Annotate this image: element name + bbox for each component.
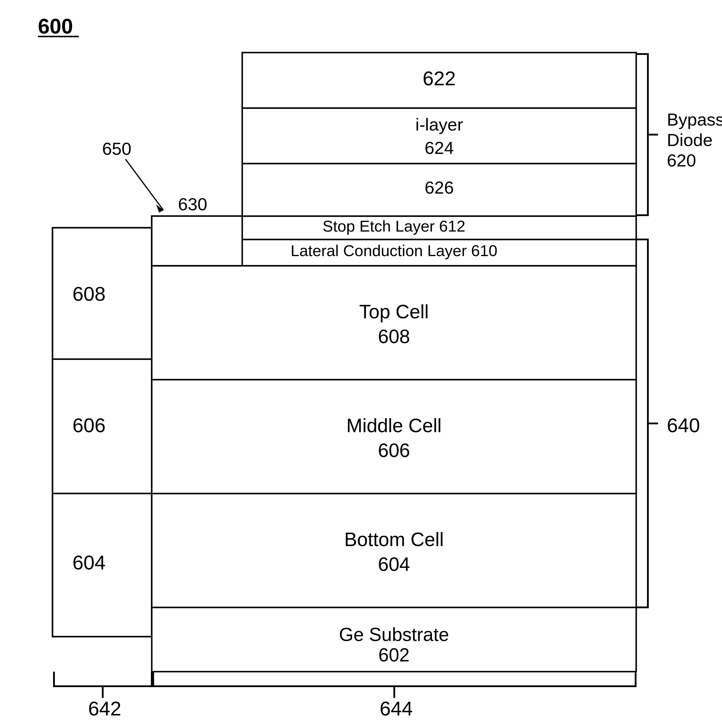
- lateral-conduction-label: Lateral Conduction Layer 610: [291, 242, 498, 259]
- label-640: 640: [667, 414, 700, 436]
- layer-626-label: 626: [424, 178, 454, 197]
- bypass-diode-num: 620: [667, 151, 696, 170]
- layer-622-label: 622: [423, 67, 456, 89]
- svg-line-1: [125, 159, 163, 210]
- top-cell-label: Top Cell: [359, 301, 429, 323]
- top-cell-num: 608: [378, 326, 410, 347]
- diagram-container: 600 650 652 608 606 604 Ge Substrate 602…: [0, 0, 722, 728]
- svg-rect-12: [152, 266, 636, 379]
- fig-number: 600: [38, 15, 73, 38]
- ge-substrate-label: Ge Substrate: [339, 624, 449, 645]
- bypass-diode-label1: Bypass: [667, 110, 722, 129]
- i-layer-label: i-layer: [415, 115, 463, 134]
- ge-substrate-num: 602: [379, 644, 410, 665]
- bottom-cell-num: 604: [378, 554, 410, 575]
- bottom-cell-label: Bottom Cell: [344, 529, 444, 550]
- stop-etch-label: Stop Etch Layer 612: [322, 217, 465, 235]
- svg-rect-10: [152, 494, 636, 607]
- bypass-diode-label2: Diode: [667, 130, 713, 150]
- left-label-606: 606: [72, 414, 105, 436]
- label-642: 642: [88, 697, 121, 720]
- middle-cell-label: Middle Cell: [346, 414, 441, 436]
- label-644: 644: [380, 697, 413, 720]
- label-650: 650: [102, 139, 131, 159]
- middle-cell-num: 606: [378, 439, 410, 461]
- svg-rect-11: [152, 379, 636, 494]
- layer-624-label: 624: [424, 138, 454, 158]
- label-630: 630: [178, 194, 207, 214]
- left-label-604: 604: [72, 551, 105, 574]
- left-label-608: 608: [72, 283, 105, 305]
- svg-rect-15: [152, 216, 242, 266]
